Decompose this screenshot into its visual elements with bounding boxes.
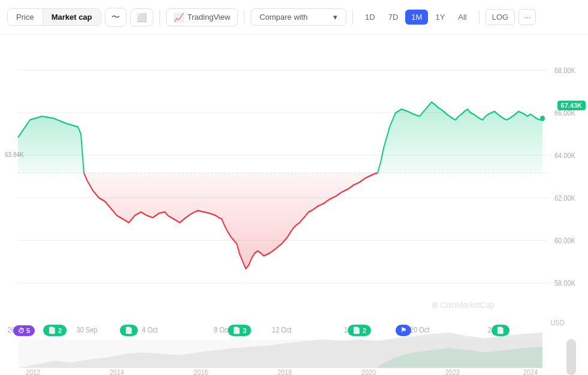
- tab-marketcap[interactable]: Market cap: [43, 9, 101, 25]
- badge-clock-5[interactable]: ⏱ 5: [13, 325, 35, 336]
- badge-count: 5: [26, 327, 30, 334]
- svg-marker-14: [18, 116, 84, 173]
- flag-icon: ⚑: [400, 326, 406, 334]
- badge-count: 3: [243, 327, 246, 334]
- view-tab-group: Price Market cap: [7, 8, 101, 26]
- clock-icon: ⏱: [18, 327, 25, 334]
- svg-text:4 Oct: 4 Oct: [142, 325, 158, 334]
- more-options-btn[interactable]: ···: [518, 9, 536, 25]
- doc-icon: 📄: [48, 326, 56, 334]
- svg-text:2020: 2020: [361, 368, 376, 375]
- svg-text:2016: 2016: [194, 368, 209, 375]
- svg-text:2022: 2022: [445, 368, 460, 375]
- badge-doc-3[interactable]: 📄 3: [228, 325, 251, 336]
- tf-1d[interactable]: 1D: [359, 10, 381, 25]
- line-chart-icon: 〜: [111, 12, 120, 23]
- candle-icon: ⬜: [137, 13, 147, 22]
- tradingview-chart-icon: 📈: [174, 13, 184, 22]
- svg-text:62.00K: 62.00K: [554, 193, 575, 202]
- separator-4: [479, 10, 480, 25]
- doc-icon: 📄: [496, 326, 505, 334]
- svg-text:USD: USD: [550, 318, 564, 327]
- badge-doc-2b[interactable]: 📄 2: [348, 325, 371, 336]
- doc-icon: 📄: [352, 326, 361, 334]
- svg-text:12 Oct: 12 Oct: [272, 325, 292, 334]
- badge-count: 2: [58, 327, 62, 334]
- current-price-label: 67.43K: [557, 101, 586, 110]
- doc-icon: 📄: [233, 326, 241, 334]
- separator-2: [244, 10, 245, 25]
- badge-flag[interactable]: ⚑: [396, 325, 411, 336]
- chart-container: 68.00K 66.00K 64.00K 62.00K 60.00K 58.00…: [0, 35, 588, 375]
- tradingview-label: TradingView: [188, 13, 231, 22]
- svg-text:58.00K: 58.00K: [554, 279, 575, 288]
- svg-text:2012: 2012: [26, 368, 41, 375]
- separator-3: [352, 10, 353, 25]
- ref-price-label: 63.84K: [5, 152, 24, 158]
- toolbar: Price Market cap 〜 ⬜ 📈 TradingView Compa…: [0, 0, 588, 35]
- badge-doc-1b[interactable]: 📄: [491, 325, 509, 336]
- badge-doc-2a[interactable]: 📄 2: [43, 325, 67, 336]
- svg-text:2014: 2014: [110, 368, 125, 375]
- svg-text:2018: 2018: [278, 368, 293, 375]
- svg-text:2024: 2024: [523, 368, 538, 375]
- svg-text:60.00K: 60.00K: [554, 236, 575, 245]
- svg-text:64.00K: 64.00K: [554, 151, 575, 160]
- line-chart-btn[interactable]: 〜: [105, 8, 126, 27]
- doc-icon: 📄: [125, 326, 133, 334]
- svg-point-17: [540, 116, 545, 121]
- svg-text:20 Oct: 20 Oct: [410, 325, 430, 334]
- timeframe-group: 1D 7D 1M 1Y All: [359, 10, 473, 25]
- log-btn[interactable]: LOG: [486, 9, 515, 25]
- tf-7d[interactable]: 7D: [382, 10, 405, 25]
- tab-price[interactable]: Price: [8, 9, 43, 25]
- tf-all[interactable]: All: [452, 10, 472, 25]
- tf-1y[interactable]: 1Y: [429, 10, 451, 25]
- tradingview-btn[interactable]: 📈 TradingView: [166, 8, 239, 26]
- svg-marker-15: [84, 173, 378, 269]
- compare-label: Compare with: [260, 13, 307, 22]
- separator-1: [159, 10, 160, 25]
- compare-dropdown[interactable]: Compare with ▾: [251, 8, 346, 26]
- badge-count: 2: [363, 327, 366, 334]
- chevron-down-icon: ▾: [333, 13, 337, 22]
- scrollbar-thumb[interactable]: [566, 339, 576, 375]
- tf-1m[interactable]: 1M: [405, 10, 428, 25]
- svg-text:⊕ CoinMarketCap: ⊕ CoinMarketCap: [432, 300, 494, 310]
- main-chart-svg: 68.00K 66.00K 64.00K 62.00K 60.00K 58.00…: [0, 35, 588, 375]
- svg-text:30 Sep: 30 Sep: [77, 325, 98, 334]
- candle-chart-btn[interactable]: ⬜: [130, 8, 153, 26]
- svg-text:68.00K: 68.00K: [554, 66, 575, 75]
- badge-doc-1a[interactable]: 📄: [120, 325, 138, 336]
